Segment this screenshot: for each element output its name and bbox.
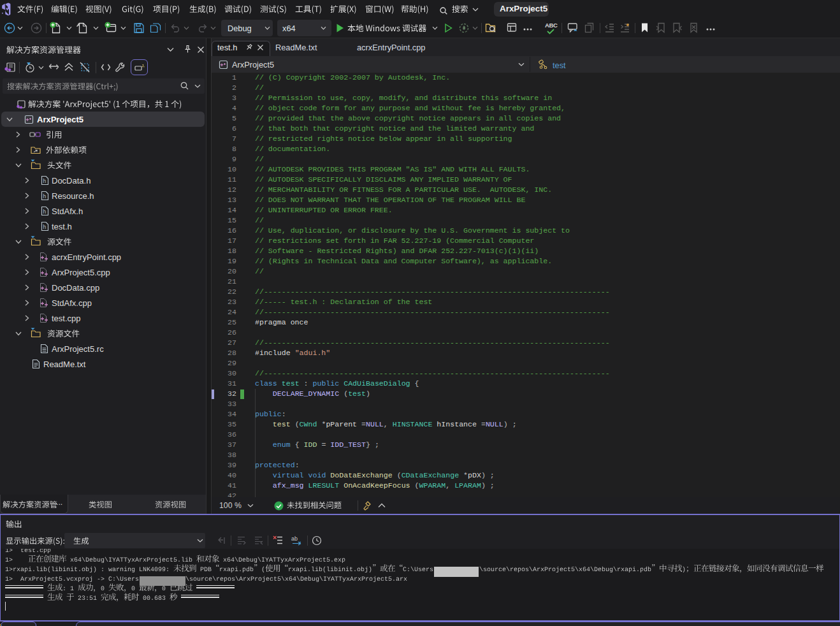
svg-text:h: h xyxy=(43,224,46,230)
svg-text:ab: ab xyxy=(291,535,298,542)
svg-text:h: h xyxy=(43,208,46,215)
svg-text:h: h xyxy=(43,193,46,200)
svg-text:h: h xyxy=(43,178,46,184)
